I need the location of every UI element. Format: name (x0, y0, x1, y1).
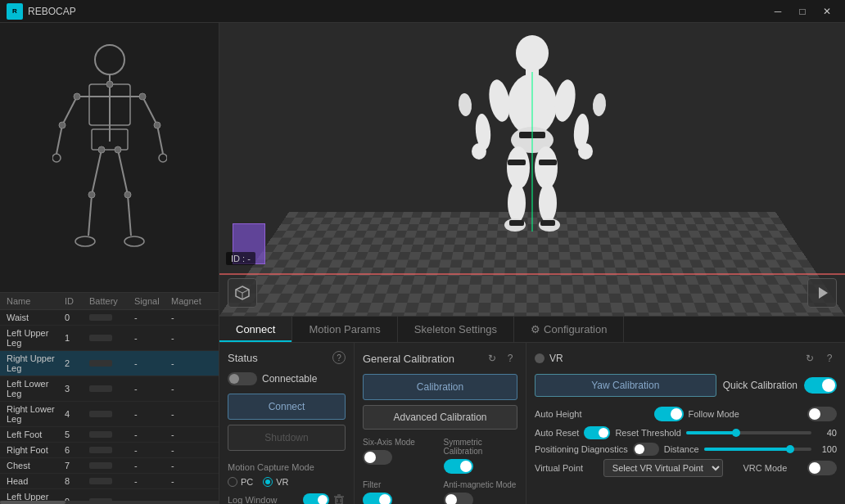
positioning-toggle[interactable] (633, 443, 659, 456)
center-panel: ID : - (219, 23, 845, 504)
yaw-calibration-tab[interactable]: Yaw Calibration (535, 374, 716, 397)
list-item[interactable]: Left Upper Leg1 -- (0, 326, 219, 351)
cal-title: General Calibration (363, 353, 454, 365)
svg-marker-55 (819, 287, 828, 299)
maximize-button[interactable]: □ (791, 3, 814, 20)
svg-point-22 (154, 122, 160, 128)
viewport[interactable]: ID : - (219, 23, 845, 316)
list-item[interactable]: Chest7 -- (0, 458, 219, 474)
virtual-point-select[interactable]: Select VR Virtual Point (603, 459, 723, 477)
shutdown-button[interactable]: Shutdown (228, 425, 346, 451)
trash-icon[interactable] (332, 493, 346, 504)
pc-mode-option[interactable]: PC (228, 477, 253, 487)
status-info-icon[interactable]: ? (332, 351, 346, 364)
settings-grid: Auto Height Follow Mode (535, 405, 837, 423)
yaw-refresh-icon[interactable]: ↻ (802, 351, 817, 366)
list-item[interactable]: Right Foot6 -- (0, 443, 219, 458)
six-axis-label: Six-Axis Mode (363, 438, 437, 447)
close-button[interactable]: ✕ (816, 3, 838, 20)
svg-point-39 (507, 146, 530, 189)
body-list-header: Name ID Battery Signal Magnet (0, 293, 219, 310)
svg-line-6 (62, 97, 77, 125)
battery-indicator (89, 431, 112, 438)
slider-thumb[interactable] (732, 429, 740, 437)
toggle-knob (379, 494, 391, 504)
pc-radio-circle (228, 477, 237, 487)
auto-reset-toggle[interactable] (584, 426, 610, 439)
list-item[interactable]: Left Upper Arm9 -- (0, 489, 219, 501)
list-item[interactable]: Waist0 -- (0, 310, 219, 326)
cal-info-icon[interactable]: ? (503, 351, 517, 366)
vrc-mode-toggle[interactable] (807, 461, 837, 475)
body-list: Name ID Battery Signal Magnet Waist0 -- … (0, 293, 219, 501)
symmetric-cal-toggle[interactable] (444, 459, 473, 474)
tab-skeleton-settings[interactable]: Skeleton Settings (398, 317, 514, 342)
list-item[interactable]: Right Upper Leg2 -- (0, 351, 219, 376)
tab-motion-params[interactable]: Motion Params (292, 317, 397, 342)
yaw-panel: VR ↻ ? Yaw Calibration Quick Calibration (526, 343, 845, 504)
battery-indicator (89, 478, 112, 484)
svg-rect-48 (509, 220, 524, 226)
reset-threshold-value: 40 (816, 428, 837, 438)
filter-toggle[interactable] (363, 493, 392, 504)
play-button[interactable] (807, 278, 837, 308)
slider-track[interactable] (704, 448, 811, 451)
six-axis-toggle[interactable] (363, 450, 392, 465)
svg-point-35 (472, 143, 486, 160)
slider-fill (704, 448, 790, 451)
list-item[interactable]: Head8 -- (0, 474, 219, 489)
svg-point-41 (508, 183, 526, 223)
list-item[interactable]: Left Lower Leg3 -- (0, 376, 219, 402)
scroll-thumb[interactable] (0, 501, 66, 504)
list-item[interactable]: Right Lower Leg4 -- (0, 402, 219, 427)
connectable-toggle[interactable] (228, 372, 257, 385)
svg-point-38 (592, 92, 607, 116)
auto-height-toggle[interactable] (654, 407, 684, 421)
minimize-button[interactable]: ─ (766, 3, 789, 20)
svg-line-15 (118, 150, 128, 195)
main-layout: Name ID Battery Signal Magnet Waist0 -- … (0, 23, 845, 504)
follow-mode-toggle[interactable] (807, 407, 837, 421)
col-signal: Signal (134, 296, 171, 306)
calibration-panel: General Calibration ↻ ? Calibration Adva… (355, 343, 526, 504)
tab-configuration[interactable]: ⚙ Configuration (514, 317, 624, 342)
toggle-knob (809, 408, 820, 420)
toggle-knob (599, 428, 608, 438)
status-header: Status ? (228, 351, 346, 364)
yaw-icons: ↻ ? (802, 351, 837, 366)
calibration-button[interactable]: Calibration (363, 374, 517, 400)
list-item[interactable]: Left Foot5 -- (0, 427, 219, 443)
anti-magnetic-toggle[interactable] (444, 493, 473, 504)
tab-configuration-label: Configuration (544, 323, 607, 335)
character-figure (450, 35, 614, 248)
svg-point-25 (88, 191, 95, 198)
advanced-calibration-button[interactable]: Advanced Calibration (363, 405, 517, 430)
slider-track[interactable] (686, 431, 811, 434)
cube-view-button[interactable] (228, 278, 257, 308)
svg-point-37 (458, 92, 472, 116)
quick-cal-toggle[interactable] (804, 377, 837, 394)
app-title: REBOCAP (28, 6, 76, 17)
svg-line-16 (128, 195, 131, 236)
vrc-mode-label: VRC Mode (743, 463, 787, 473)
anti-magnetic-option: Anti-magnetic Mode (444, 480, 518, 504)
pc-label: PC (241, 477, 253, 487)
slider-thumb[interactable] (786, 445, 794, 453)
tab-connect[interactable]: Connect (219, 317, 292, 342)
cal-refresh-icon[interactable]: ↻ (485, 351, 499, 366)
col-id: ID (65, 296, 89, 306)
vr-mode-option[interactable]: VR (263, 477, 288, 487)
connect-button[interactable]: Connect (228, 394, 346, 420)
status-panel: Status ? Connectable Connect Shutdown Mo… (219, 343, 355, 504)
skeleton-view (0, 23, 219, 293)
status-title: Status (228, 352, 258, 364)
battery-indicator (89, 447, 112, 453)
quick-cal-row: Quick Calibration (723, 377, 837, 394)
auto-reset-row: Auto Reset Reset Threshold 40 (535, 426, 837, 439)
log-window-toggle[interactable] (303, 493, 329, 504)
toggle-knob (809, 462, 820, 474)
vr-label: VR (276, 477, 288, 487)
svg-rect-49 (540, 220, 555, 226)
yaw-info-icon[interactable]: ? (822, 351, 837, 366)
svg-point-20 (139, 93, 146, 100)
